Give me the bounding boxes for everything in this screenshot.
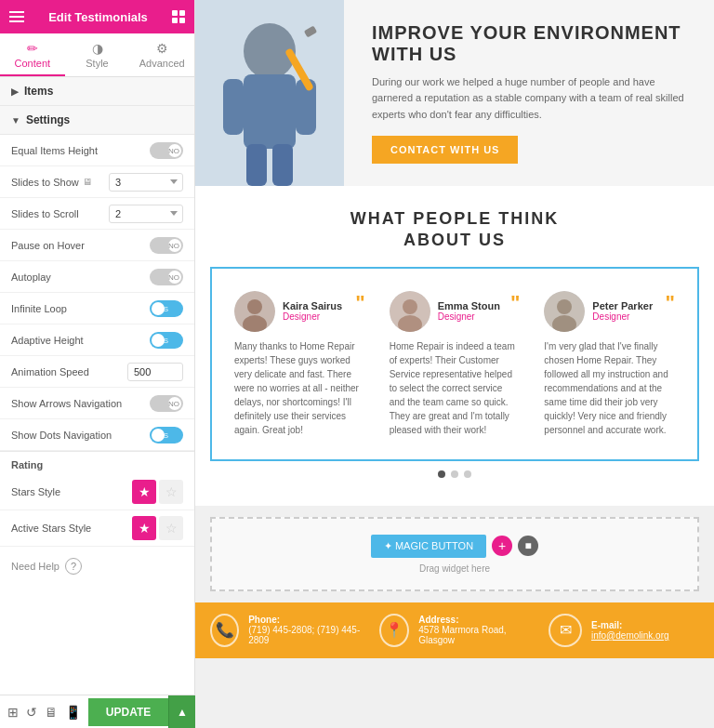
- update-arrow-button[interactable]: ▲: [168, 695, 195, 728]
- testimonial-dots: [210, 461, 699, 487]
- hero-person: [195, 0, 344, 186]
- update-button[interactable]: UPDATE: [88, 698, 168, 726]
- tab-content[interactable]: ✏ Content: [0, 33, 65, 76]
- testimonial-role-3: Designer: [592, 311, 653, 322]
- hero-title: IMPROVE YOUR ENVIRONMENT WITH US: [372, 22, 686, 65]
- footer-email-value[interactable]: info@demolink.org: [591, 630, 669, 641]
- footer-phone-text: Phone: (719) 445-2808; (719) 445-2809: [248, 615, 361, 645]
- footer-phone-value: (719) 445-2808; (719) 445-2809: [248, 625, 361, 645]
- svg-rect-6: [272, 144, 293, 186]
- drag-add-button[interactable]: +: [492, 536, 512, 556]
- stars-style-row: Stars Style ★ ☆: [0, 474, 194, 510]
- testimonial-card-2: Emma Stoun Designer " Home Repair is ind…: [382, 284, 528, 444]
- active-stars-filled-btn[interactable]: ★: [132, 516, 156, 540]
- need-help-section: Need Help ?: [0, 547, 194, 586]
- testimonial-header-3: Peter Parker Designer ": [544, 291, 675, 332]
- testimonial-info-3: Peter Parker Designer: [592, 300, 653, 322]
- hamburger-menu[interactable]: [9, 11, 24, 22]
- dot-3[interactable]: [464, 470, 471, 478]
- advanced-icon: ⚙: [133, 41, 191, 56]
- drag-actions: ✦ MAGIC BUTTON + ■: [371, 535, 538, 558]
- stars-style-group: ★ ☆: [132, 480, 183, 504]
- testimonial-header-2: Emma Stoun Designer ": [390, 291, 521, 332]
- testimonial-name-2: Emma Stoun: [438, 300, 500, 311]
- slides-to-scroll-label: Slides to Scroll: [11, 208, 79, 219]
- infinite-loop-toggle[interactable]: [150, 300, 183, 317]
- equal-items-height-toggle[interactable]: [150, 142, 183, 159]
- drag-label: Drag widget here: [419, 563, 490, 574]
- drag-delete-button[interactable]: ■: [518, 536, 538, 556]
- svg-point-13: [403, 299, 417, 314]
- animation-speed-row: Animation Speed: [0, 356, 194, 388]
- bottom-icons-group: ⊞ ↺ 🖥 📱: [0, 705, 88, 720]
- show-dots-nav-row: Show Dots Navigation: [0, 419, 194, 451]
- email-icon: ✉: [549, 614, 582, 647]
- tab-advanced[interactable]: ⚙ Advanced: [129, 33, 194, 76]
- pause-on-hover-row: Pause on Hover: [0, 230, 194, 261]
- active-stars-style-row: Active Stars Style ★ ☆: [0, 510, 194, 547]
- testimonial-name-3: Peter Parker: [592, 300, 653, 311]
- tab-style[interactable]: ◑ Style: [65, 33, 130, 76]
- need-help-text: Need Help: [11, 561, 60, 572]
- animation-speed-input[interactable]: [127, 363, 183, 381]
- stars-style-filled-btn[interactable]: ★: [132, 480, 156, 504]
- animation-speed-label: Animation Speed: [11, 366, 89, 377]
- settings-label: Settings: [26, 113, 70, 126]
- contact-button[interactable]: CONTACT WITH US: [372, 136, 518, 164]
- footer-email-label: E-mail:: [591, 620, 669, 630]
- tab-bar: ✏ Content ◑ Style ⚙ Advanced: [0, 33, 194, 77]
- magic-button[interactable]: ✦ MAGIC BUTTON: [371, 535, 486, 558]
- settings-section-header[interactable]: ▼ Settings: [0, 106, 194, 135]
- panel-title: Edit Testimonials: [48, 10, 148, 24]
- slides-to-show-row: Slides to Show 🖥 31245: [0, 166, 194, 198]
- avatar-3: [544, 291, 585, 332]
- slides-to-scroll-select[interactable]: 2134: [109, 205, 183, 223]
- show-arrows-nav-toggle[interactable]: [150, 395, 183, 412]
- left-panel: Edit Testimonials ✏ Content ◑ Style ⚙ Ad…: [0, 0, 195, 728]
- footer-address-item: 📍 Address: 4578 Marmora Road, Glasgow: [379, 614, 530, 647]
- testimonial-card-3: Peter Parker Designer " I'm very glad th…: [536, 284, 682, 444]
- stars-style-outline-btn[interactable]: ☆: [159, 480, 183, 504]
- items-section-header[interactable]: ▶ Items: [0, 77, 194, 106]
- monitor-icon: 🖥: [83, 177, 92, 187]
- content-icon: ✏: [4, 41, 61, 56]
- mobile-icon[interactable]: 📱: [65, 705, 81, 720]
- pause-on-hover-toggle[interactable]: [150, 237, 183, 254]
- desktop-icon[interactable]: 🖥: [45, 705, 58, 720]
- autoplay-toggle[interactable]: [150, 269, 183, 285]
- show-arrows-nav-row: Show Arrows Navigation: [0, 388, 194, 419]
- testimonial-role-2: Designer: [438, 311, 500, 322]
- testimonials-section-title: WHAT PEOPLE THINKABOUT US: [195, 208, 714, 252]
- quote-mark-1: ": [355, 291, 364, 315]
- help-icon[interactable]: ?: [65, 558, 82, 575]
- autoplay-row: Autoplay: [0, 261, 194, 293]
- layers-icon[interactable]: ⊞: [7, 705, 19, 720]
- show-dots-nav-label: Show Dots Navigation: [11, 430, 112, 441]
- footer-section: 📞 Phone: (719) 445-2808; (719) 445-2809 …: [195, 602, 714, 658]
- active-stars-style-group: ★ ☆: [132, 516, 183, 540]
- testimonial-text-3: I'm very glad that I've finally chosen H…: [544, 339, 675, 437]
- active-stars-outline-btn[interactable]: ☆: [159, 516, 183, 540]
- grid-icon[interactable]: [172, 10, 185, 23]
- adaptive-height-toggle[interactable]: [150, 332, 183, 349]
- settings-arrow-icon: ▼: [11, 115, 20, 126]
- location-icon: 📍: [379, 614, 409, 647]
- dot-1[interactable]: [438, 470, 445, 478]
- style-icon: ◑: [69, 41, 126, 56]
- phone-icon: 📞: [210, 614, 239, 647]
- show-dots-nav-toggle[interactable]: [150, 427, 183, 443]
- quote-mark-2: ": [510, 291, 520, 315]
- infinite-loop-label: Infinite Loop: [11, 303, 67, 314]
- testimonial-header-1: Kaira Sairus Designer ": [234, 291, 365, 332]
- testimonials-container: Kaira Sairus Designer " Many thanks to H…: [195, 267, 714, 506]
- testimonial-info-2: Emma Stoun Designer: [438, 300, 500, 322]
- slides-to-show-select[interactable]: 31245: [109, 173, 183, 192]
- items-arrow-icon: ▶: [11, 86, 19, 97]
- dot-2[interactable]: [451, 470, 458, 478]
- adaptive-height-label: Adaptive Height: [11, 335, 84, 346]
- right-content: IMPROVE YOUR ENVIRONMENT WITH US During …: [195, 0, 714, 728]
- drag-widget-area: ✦ MAGIC BUTTON + ■ Drag widget here: [210, 517, 699, 591]
- equal-items-height-row: Equal Items Height: [0, 135, 194, 166]
- history-icon[interactable]: ↺: [26, 705, 37, 720]
- testimonials-title-area: WHAT PEOPLE THINKABOUT US: [195, 186, 714, 267]
